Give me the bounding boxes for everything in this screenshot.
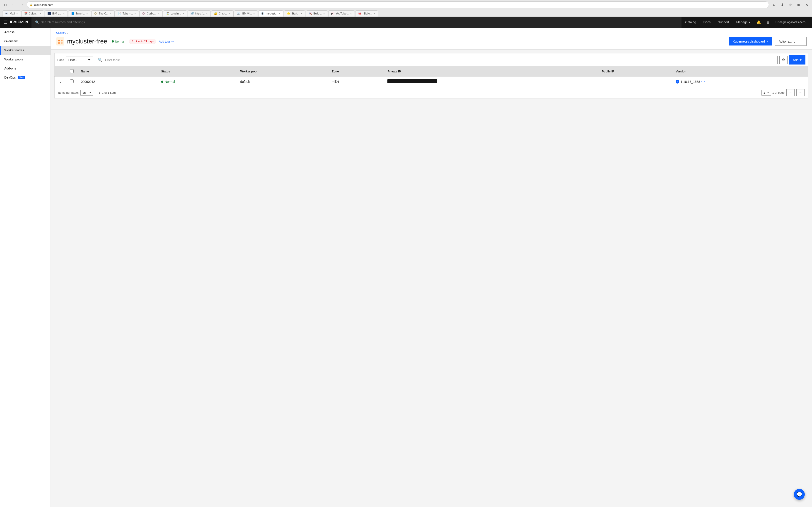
hamburger-menu-btn[interactable]: ☰	[4, 20, 10, 25]
page-header: Clusters / mycluster-free Normal	[51, 27, 812, 50]
help-button[interactable]: 💬	[794, 489, 805, 500]
sidebar-item-worker-pools[interactable]: Worker pools	[0, 55, 51, 64]
browser-tab-tabs[interactable]: 📑 Tabs –... ✕	[115, 10, 139, 16]
tab-close-https[interactable]: ✕	[206, 12, 208, 15]
tab-close-github[interactable]: ✕	[373, 12, 375, 15]
browser-chrome: ⊟ ← → 🔒 cloud.ibm.com ↻ ⬇ ☆ ⊕ ✕ ✉ Mail ✕…	[0, 0, 812, 17]
tab-close-build[interactable]: ✕	[323, 12, 325, 15]
tab-label-tabs: Tabs –...	[122, 12, 133, 15]
new-tab-btn[interactable]: ⊕	[795, 2, 802, 8]
pool-filter-select[interactable]: Filter...	[66, 57, 93, 63]
url-bar[interactable]: 🔒 cloud.ibm.com	[27, 1, 769, 8]
version-info-icon-0[interactable]: ⓘ	[701, 80, 705, 84]
sidebar: AccessOverviewWorker nodesWorker poolsAd…	[0, 27, 51, 507]
menu-icon: ☰	[4, 20, 7, 25]
topnav-link-catalog[interactable]: Catalog	[681, 17, 700, 27]
items-per-page-select[interactable]: 25 50 100	[81, 90, 93, 96]
table-header-version: Version	[672, 66, 808, 76]
row-version-0: ⊕ 1.18.15_1538 ⓘ	[672, 76, 808, 87]
tab-close-ibml[interactable]: ✕	[63, 12, 65, 15]
lock-icon: 🔒	[30, 3, 33, 6]
back-btn[interactable]: ←	[10, 2, 17, 8]
browser-tab-tutori[interactable]: 📘 Tutori... ✕	[68, 10, 91, 16]
url-text: cloud.ibm.com	[34, 3, 53, 7]
kubernetes-dashboard-btn[interactable]: Kubernetes dashboard ↗	[729, 37, 772, 46]
tab-label-build: Build...	[313, 12, 322, 15]
tab-label-start: Start...	[291, 12, 299, 15]
browser-tab-calen[interactable]: 📅 Calen... ✕	[21, 10, 44, 16]
sidebar-item-label-worker-pools: Worker pools	[4, 57, 23, 61]
close-tab-btn[interactable]: ✕	[803, 2, 810, 8]
table-search-input[interactable]	[105, 56, 777, 64]
actions-btn-label: Actions...	[779, 40, 792, 43]
sidebar-item-devops[interactable]: DevOpsNew	[0, 73, 51, 82]
tab-close-myclust[interactable]: ✕	[279, 12, 281, 15]
tab-close-tabs[interactable]: ✕	[134, 12, 136, 15]
bookmark-btn[interactable]: ☆	[787, 2, 794, 8]
topnav-link-docs[interactable]: Docs	[700, 17, 714, 27]
tab-label-thec: The C...	[99, 12, 108, 15]
tab-close-carbo[interactable]: ✕	[158, 12, 160, 15]
tab-close-crypt[interactable]: ✕	[229, 12, 231, 15]
sidebar-toggle-btn[interactable]: ⊟	[2, 2, 9, 8]
browser-tab-carbo[interactable]: ⬡ Carbo... ✕	[139, 10, 163, 16]
header-actions: Kubernetes dashboard ↗ Actions... ⌄	[729, 37, 807, 46]
sidebar-item-worker-nodes[interactable]: Worker nodes	[0, 46, 51, 55]
page-select[interactable]: 1	[761, 90, 771, 96]
sidebar-item-access[interactable]: Access	[0, 27, 51, 37]
tab-close-mail[interactable]: ✕	[16, 12, 18, 15]
browser-tab-https[interactable]: 🔗 https:/... ✕	[188, 10, 211, 16]
row-expand-cell-0: ⌄	[55, 76, 67, 87]
tab-close-ibmvi[interactable]: ✕	[253, 12, 255, 15]
items-per-page: Items per page: 25 50 100	[58, 90, 93, 96]
tab-favicon-start: ⭐	[287, 12, 290, 15]
topnav-search-bar[interactable]: 🔍	[32, 17, 681, 27]
browser-tab-loadin[interactable]: ⏳ Loadin... ✕	[163, 10, 187, 16]
tab-close-youtube[interactable]: ✕	[350, 12, 352, 15]
browser-tab-crypt[interactable]: 🔐 Crypt... ✕	[211, 10, 234, 16]
browser-tab-mail[interactable]: ✉ Mail ✕	[2, 10, 21, 16]
page-prev-btn[interactable]: ←	[786, 89, 795, 96]
forward-btn[interactable]: →	[18, 2, 25, 8]
downloads-btn[interactable]: ⬇	[779, 2, 785, 8]
table-header-status: Status	[157, 66, 237, 76]
row-expand-btn-0[interactable]: ⌄	[58, 79, 63, 84]
browser-tab-github[interactable]: 🐙 IBM/o... ✕	[355, 10, 378, 16]
search-btn[interactable]: 🔍	[95, 56, 105, 64]
browser-tab-thec[interactable]: ⬡ The C... ✕	[91, 10, 115, 16]
table-settings-btn[interactable]: ⚙	[779, 56, 788, 64]
notifications-btn[interactable]: 🔔	[754, 17, 764, 27]
tab-close-start[interactable]: ✕	[301, 12, 302, 15]
browser-tab-myclust[interactable]: ⚙ myclust... ✕	[258, 10, 284, 16]
actions-dropdown-btn[interactable]: Actions... ⌄	[775, 37, 807, 46]
browser-tab-start[interactable]: ⭐ Start... ✕	[284, 10, 305, 16]
add-worker-btn[interactable]: Add +	[789, 55, 805, 64]
add-tags-btn[interactable]: Add tags ✏	[159, 40, 174, 43]
breadcrumb-clusters-link[interactable]: Clusters	[56, 31, 66, 35]
tab-close-tutori[interactable]: ✕	[86, 12, 88, 15]
cluster-status-text: Normal	[115, 40, 124, 43]
table-row: ⌄ 00000012 Normal default mil01 ⊕ 1.18.1…	[55, 76, 808, 87]
tab-close-thec[interactable]: ✕	[110, 12, 112, 15]
row-zone-0: mil01	[328, 76, 384, 87]
select-all-checkbox[interactable]	[70, 69, 73, 73]
browser-tab-build[interactable]: 🔨 Build... ✕	[306, 10, 328, 16]
table-header-checkbox	[66, 66, 77, 76]
browser-tab-ibml[interactable]: ☁ IBM L... ✕	[45, 10, 67, 16]
topnav-link-support[interactable]: Support	[714, 17, 732, 27]
tab-close-calen[interactable]: ✕	[39, 12, 41, 15]
reload-btn[interactable]: ↻	[771, 2, 777, 8]
sidebar-item-overview[interactable]: Overview	[0, 37, 51, 46]
user-btn[interactable]: Kushagra Agarwal's Acco...	[772, 17, 808, 27]
tab-label-loadin: Loadin...	[170, 12, 181, 15]
topnav-link-manage[interactable]: Manage ▾	[733, 17, 754, 27]
sidebar-item-add-ons[interactable]: Add-ons	[0, 64, 51, 73]
topnav-search-input[interactable]	[41, 20, 678, 24]
tab-close-loadin[interactable]: ✕	[183, 12, 184, 15]
browser-tab-ibmvi[interactable]: ☁ IBM Vi... ✕	[234, 10, 258, 16]
browser-tab-youtube[interactable]: ▶ YouTube... ✕	[328, 10, 355, 16]
row-checkbox-0[interactable]	[70, 79, 73, 83]
page-next-btn[interactable]: →	[796, 89, 805, 96]
grid-btn[interactable]: ⊞	[764, 17, 772, 27]
table-header-public-ip: Public IP	[598, 66, 672, 76]
